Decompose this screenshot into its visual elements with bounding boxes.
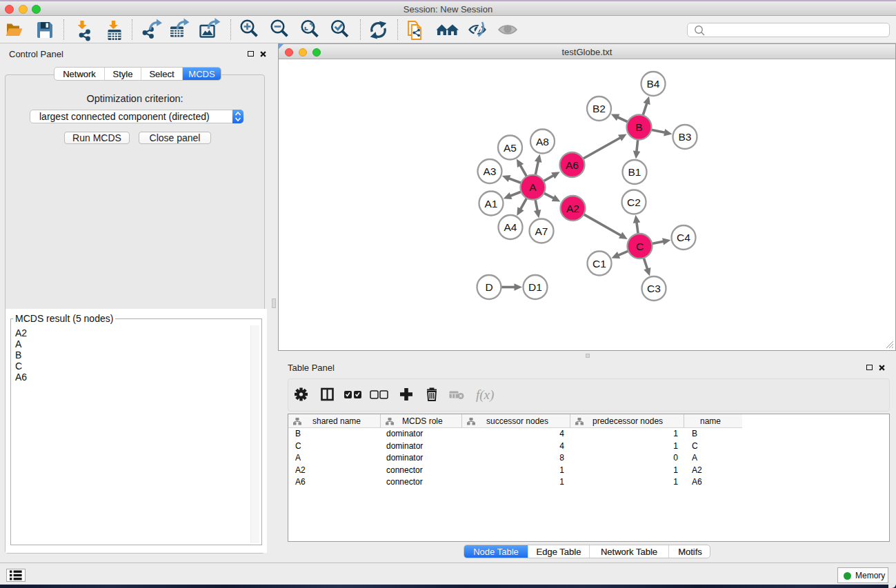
svg-text:C4: C4 (677, 232, 690, 243)
svg-text:C: C (636, 241, 644, 252)
svg-text:A5: A5 (504, 142, 517, 154)
svg-text:f(x): f(x) (476, 387, 494, 403)
svg-text:A2: A2 (566, 203, 579, 214)
svg-text:A4: A4 (504, 221, 517, 233)
svg-text:A8: A8 (536, 136, 549, 148)
svg-text:A6: A6 (566, 159, 579, 171)
svg-text:A1: A1 (485, 198, 498, 210)
svg-text:B1: B1 (628, 166, 641, 178)
svg-text:C1: C1 (593, 258, 606, 270)
svg-text:C2: C2 (627, 196, 641, 208)
svg-text:B: B (635, 121, 642, 133)
svg-text:A7: A7 (535, 225, 548, 237)
svg-text:B3: B3 (679, 131, 692, 143)
svg-text:B4: B4 (647, 78, 660, 90)
svg-text:A: A (529, 181, 537, 193)
svg-text:B2: B2 (593, 103, 606, 114)
svg-text:C3: C3 (647, 283, 661, 294)
svg-text:D: D (485, 281, 492, 293)
svg-text:A3: A3 (484, 165, 497, 177)
svg-text:D1: D1 (528, 281, 542, 293)
